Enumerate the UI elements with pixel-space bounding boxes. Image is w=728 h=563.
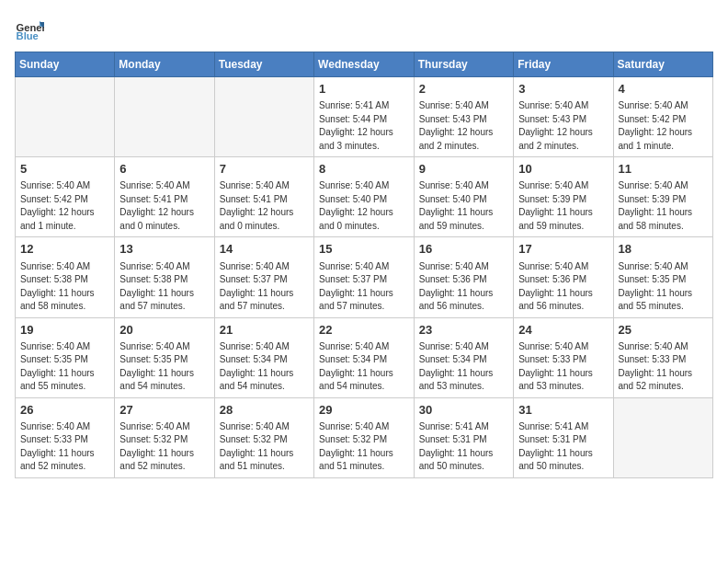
calendar-day-cell: 13Sunrise: 5:40 AM Sunset: 5:38 PM Dayli… <box>115 237 214 317</box>
calendar-day-cell: 31Sunrise: 5:41 AM Sunset: 5:31 PM Dayli… <box>514 397 613 477</box>
day-number: 18 <box>619 241 709 258</box>
day-number: 25 <box>619 322 709 339</box>
calendar-day-cell: 22Sunrise: 5:40 AM Sunset: 5:34 PM Dayli… <box>314 317 415 397</box>
day-number: 26 <box>20 402 109 419</box>
calendar-week-row: 1Sunrise: 5:41 AM Sunset: 5:44 PM Daylig… <box>16 77 713 157</box>
calendar-day-cell: 15Sunrise: 5:40 AM Sunset: 5:37 PM Dayli… <box>314 237 415 317</box>
logo: General Blue <box>15 15 44 44</box>
day-info: Sunrise: 5:40 AM Sunset: 5:42 PM Dayligh… <box>20 179 109 233</box>
day-number: 10 <box>518 161 608 178</box>
calendar-day-cell: 20Sunrise: 5:40 AM Sunset: 5:35 PM Dayli… <box>115 317 214 397</box>
day-number: 30 <box>419 402 508 419</box>
calendar-day-cell: 9Sunrise: 5:40 AM Sunset: 5:40 PM Daylig… <box>414 157 513 237</box>
day-number: 29 <box>319 402 409 419</box>
day-info: Sunrise: 5:40 AM Sunset: 5:42 PM Dayligh… <box>619 99 709 153</box>
day-info: Sunrise: 5:40 AM Sunset: 5:37 PM Dayligh… <box>319 260 409 314</box>
day-number: 3 <box>518 81 608 98</box>
day-of-week-header: Sunday <box>16 52 115 77</box>
day-number: 14 <box>220 241 309 258</box>
day-info: Sunrise: 5:40 AM Sunset: 5:34 PM Dayligh… <box>220 340 309 394</box>
day-number: 22 <box>319 322 409 339</box>
day-info: Sunrise: 5:40 AM Sunset: 5:32 PM Dayligh… <box>319 420 409 474</box>
calendar-table: SundayMondayTuesdayWednesdayThursdayFrid… <box>15 52 713 478</box>
day-info: Sunrise: 5:40 AM Sunset: 5:40 PM Dayligh… <box>319 179 409 233</box>
day-info: Sunrise: 5:40 AM Sunset: 5:33 PM Dayligh… <box>518 340 608 394</box>
day-info: Sunrise: 5:40 AM Sunset: 5:35 PM Dayligh… <box>119 340 209 394</box>
day-number: 27 <box>119 402 209 419</box>
calendar-day-cell: 16Sunrise: 5:40 AM Sunset: 5:36 PM Dayli… <box>414 237 513 317</box>
day-info: Sunrise: 5:41 AM Sunset: 5:31 PM Dayligh… <box>419 420 508 474</box>
day-info: Sunrise: 5:40 AM Sunset: 5:33 PM Dayligh… <box>619 340 709 394</box>
day-info: Sunrise: 5:40 AM Sunset: 5:32 PM Dayligh… <box>220 420 309 474</box>
page-header: General Blue <box>15 15 713 44</box>
day-number: 15 <box>319 241 409 258</box>
day-number: 17 <box>518 241 608 258</box>
day-number: 31 <box>518 402 608 419</box>
calendar-week-row: 5Sunrise: 5:40 AM Sunset: 5:42 PM Daylig… <box>16 157 713 237</box>
calendar-day-cell: 2Sunrise: 5:40 AM Sunset: 5:43 PM Daylig… <box>414 77 513 157</box>
day-info: Sunrise: 5:40 AM Sunset: 5:43 PM Dayligh… <box>518 99 608 153</box>
calendar-day-cell <box>115 77 214 157</box>
day-info: Sunrise: 5:40 AM Sunset: 5:39 PM Dayligh… <box>518 179 608 233</box>
day-number: 2 <box>419 81 508 98</box>
day-info: Sunrise: 5:41 AM Sunset: 5:44 PM Dayligh… <box>319 99 409 153</box>
day-info: Sunrise: 5:40 AM Sunset: 5:33 PM Dayligh… <box>20 420 109 474</box>
day-number: 21 <box>220 322 309 339</box>
calendar-day-cell: 6Sunrise: 5:40 AM Sunset: 5:41 PM Daylig… <box>115 157 214 237</box>
day-number: 5 <box>20 161 109 178</box>
day-number: 23 <box>419 322 508 339</box>
logo-icon: General Blue <box>15 15 44 44</box>
calendar-day-cell: 8Sunrise: 5:40 AM Sunset: 5:40 PM Daylig… <box>314 157 415 237</box>
calendar-day-cell: 5Sunrise: 5:40 AM Sunset: 5:42 PM Daylig… <box>16 157 115 237</box>
calendar-week-row: 26Sunrise: 5:40 AM Sunset: 5:33 PM Dayli… <box>16 397 713 477</box>
calendar-day-cell: 24Sunrise: 5:40 AM Sunset: 5:33 PM Dayli… <box>514 317 613 397</box>
calendar-day-cell: 4Sunrise: 5:40 AM Sunset: 5:42 PM Daylig… <box>613 77 713 157</box>
day-info: Sunrise: 5:40 AM Sunset: 5:41 PM Dayligh… <box>220 179 309 233</box>
calendar-day-cell: 21Sunrise: 5:40 AM Sunset: 5:34 PM Dayli… <box>214 317 313 397</box>
day-info: Sunrise: 5:40 AM Sunset: 5:38 PM Dayligh… <box>20 260 109 314</box>
day-number: 13 <box>119 241 209 258</box>
day-info: Sunrise: 5:40 AM Sunset: 5:38 PM Dayligh… <box>119 260 209 314</box>
day-info: Sunrise: 5:40 AM Sunset: 5:39 PM Dayligh… <box>619 179 709 233</box>
calendar-day-cell: 17Sunrise: 5:40 AM Sunset: 5:36 PM Dayli… <box>514 237 613 317</box>
day-number: 7 <box>220 161 309 178</box>
day-number: 24 <box>518 322 608 339</box>
day-info: Sunrise: 5:40 AM Sunset: 5:37 PM Dayligh… <box>220 260 309 314</box>
day-info: Sunrise: 5:40 AM Sunset: 5:34 PM Dayligh… <box>319 340 409 394</box>
calendar-day-cell <box>214 77 313 157</box>
calendar-day-cell: 26Sunrise: 5:40 AM Sunset: 5:33 PM Dayli… <box>16 397 115 477</box>
day-of-week-header: Saturday <box>613 52 713 77</box>
calendar-day-cell: 28Sunrise: 5:40 AM Sunset: 5:32 PM Dayli… <box>214 397 313 477</box>
calendar-day-cell: 19Sunrise: 5:40 AM Sunset: 5:35 PM Dayli… <box>16 317 115 397</box>
svg-text:Blue: Blue <box>17 30 39 41</box>
day-number: 16 <box>419 241 508 258</box>
calendar-day-cell: 14Sunrise: 5:40 AM Sunset: 5:37 PM Dayli… <box>214 237 313 317</box>
day-info: Sunrise: 5:40 AM Sunset: 5:34 PM Dayligh… <box>419 340 508 394</box>
day-number: 1 <box>319 81 409 98</box>
day-info: Sunrise: 5:40 AM Sunset: 5:36 PM Dayligh… <box>419 260 508 314</box>
calendar-header-row: SundayMondayTuesdayWednesdayThursdayFrid… <box>16 52 713 77</box>
calendar-day-cell: 11Sunrise: 5:40 AM Sunset: 5:39 PM Dayli… <box>613 157 713 237</box>
day-of-week-header: Thursday <box>414 52 513 77</box>
day-number: 4 <box>619 81 709 98</box>
calendar-day-cell: 3Sunrise: 5:40 AM Sunset: 5:43 PM Daylig… <box>514 77 613 157</box>
day-info: Sunrise: 5:40 AM Sunset: 5:35 PM Dayligh… <box>619 260 709 314</box>
day-of-week-header: Monday <box>115 52 214 77</box>
day-info: Sunrise: 5:40 AM Sunset: 5:41 PM Dayligh… <box>119 179 209 233</box>
calendar-week-row: 19Sunrise: 5:40 AM Sunset: 5:35 PM Dayli… <box>16 317 713 397</box>
day-number: 12 <box>20 241 109 258</box>
calendar-day-cell: 12Sunrise: 5:40 AM Sunset: 5:38 PM Dayli… <box>16 237 115 317</box>
day-number: 19 <box>20 322 109 339</box>
calendar-day-cell: 18Sunrise: 5:40 AM Sunset: 5:35 PM Dayli… <box>613 237 713 317</box>
day-of-week-header: Friday <box>514 52 613 77</box>
day-info: Sunrise: 5:40 AM Sunset: 5:35 PM Dayligh… <box>20 340 109 394</box>
calendar-day-cell: 29Sunrise: 5:40 AM Sunset: 5:32 PM Dayli… <box>314 397 415 477</box>
day-number: 20 <box>119 322 209 339</box>
day-number: 8 <box>319 161 409 178</box>
calendar-day-cell: 27Sunrise: 5:40 AM Sunset: 5:32 PM Dayli… <box>115 397 214 477</box>
day-of-week-header: Tuesday <box>214 52 313 77</box>
calendar-day-cell <box>613 397 713 477</box>
calendar-day-cell: 25Sunrise: 5:40 AM Sunset: 5:33 PM Dayli… <box>613 317 713 397</box>
day-number: 6 <box>119 161 209 178</box>
day-of-week-header: Wednesday <box>314 52 415 77</box>
